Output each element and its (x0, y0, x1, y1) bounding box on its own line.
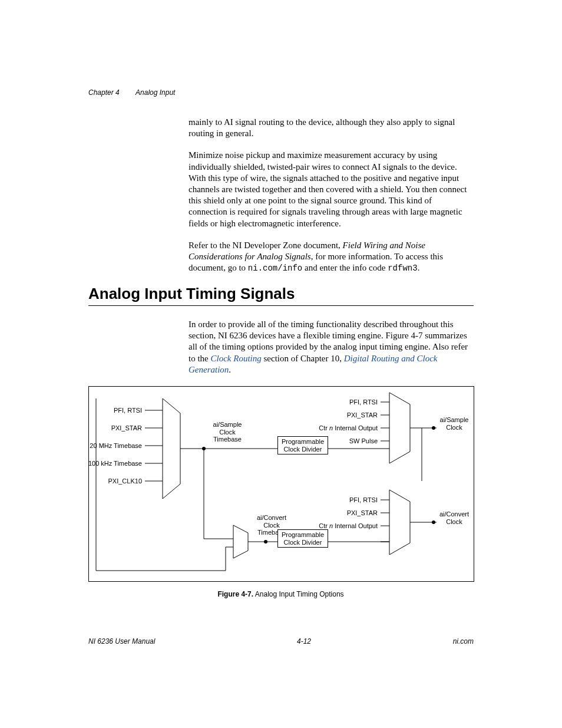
mux-input-label: 100 kHz Timebase (77, 460, 142, 467)
signal-label: ai/Sample Clock Timebase (207, 421, 248, 443)
mux-input-label: PFI, RTSI (83, 407, 142, 414)
mux-input-label: PFI, RTSI (319, 496, 378, 504)
svg-marker-30 (389, 490, 410, 555)
svg-point-37 (264, 540, 267, 543)
paragraph: mainly to AI signal routing to the devic… (189, 117, 471, 139)
mux-input-label: 20 MHz Timebase (77, 442, 142, 450)
footer-center: 4-12 (297, 637, 311, 645)
mux-input-label: PXI_STAR (83, 424, 142, 432)
page: Chapter 4 Analog Input mainly to AI sign… (0, 0, 562, 728)
footer-right: ni.com (453, 637, 474, 645)
page-footer: NI 6236 User Manual 4-12 ni.com (88, 637, 474, 645)
svg-marker-9 (233, 525, 248, 558)
body-text: mainly to AI signal routing to the devic… (189, 117, 471, 274)
paragraph: Refer to the NI Developer Zone document,… (189, 240, 471, 274)
svg-point-36 (202, 447, 206, 450)
heading-rule (88, 305, 474, 306)
svg-point-38 (432, 426, 435, 430)
paragraph: Minimize noise pickup and maximize measu… (189, 150, 471, 229)
diagram-svg (89, 387, 474, 581)
chapter-label: Chapter 4 (88, 88, 120, 97)
mux-input-label: PXI_CLK10 (83, 477, 142, 485)
footer-left: NI 6236 User Manual (88, 637, 155, 645)
mux-input-label: PXI_STAR (319, 411, 378, 419)
mux-input-label: PXI_STAR (319, 509, 378, 517)
svg-point-39 (432, 521, 435, 524)
signal-label: ai/Convert Clock (437, 510, 472, 525)
section-heading: Analog Input Timing Signals (88, 285, 474, 303)
mux-input-label: SW Pulse (319, 437, 378, 445)
link-clock-routing[interactable]: Clock Routing (211, 354, 262, 363)
intro-paragraph: In order to provide all of the timing fu… (189, 319, 471, 375)
chapter-title: Analog Input (135, 88, 175, 97)
mux-input-label: Ctr n Internal Output (307, 522, 378, 530)
block-programmable-divider: Programmable Clock Divider (277, 529, 328, 548)
signal-label: ai/Sample Clock (437, 416, 472, 431)
svg-marker-17 (389, 393, 410, 463)
svg-marker-0 (163, 398, 180, 499)
figure-diagram: PFI, RTSI PXI_STAR 20 MHz Timebase 100 k… (88, 386, 474, 582)
mux-input-label: Ctr n Internal Output (307, 424, 378, 432)
running-header: Chapter 4 Analog Input (88, 88, 175, 97)
figure-caption: Figure 4-7. Analog Input Timing Options (88, 590, 473, 598)
mux-input-label: PFI, RTSI (319, 398, 378, 406)
